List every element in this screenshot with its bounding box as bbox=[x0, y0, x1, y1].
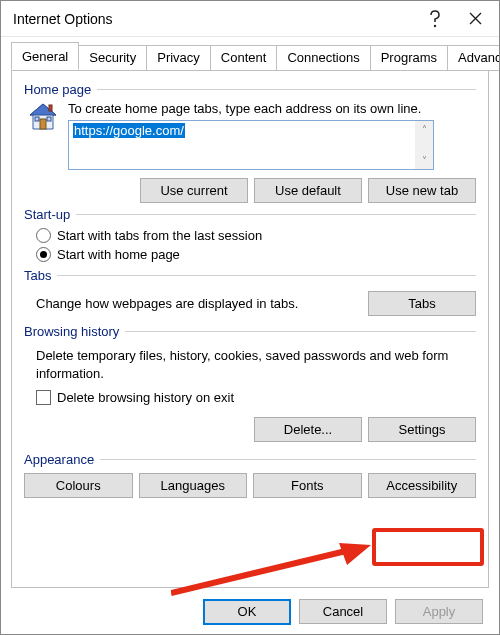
appearance-group: Appearance Colours Languages Fonts Acces… bbox=[24, 452, 476, 498]
divider bbox=[57, 275, 476, 276]
appearance-group-label: Appearance bbox=[24, 452, 100, 467]
help-button[interactable] bbox=[415, 1, 455, 37]
colours-button[interactable]: Colours bbox=[24, 473, 133, 498]
tabs-group-label: Tabs bbox=[24, 268, 57, 283]
delete-on-exit-checkbox[interactable]: Delete browsing history on exit bbox=[24, 388, 476, 407]
tab-connections[interactable]: Connections bbox=[277, 45, 370, 71]
browsing-history-group: Browsing history Delete temporary files,… bbox=[24, 324, 476, 442]
tabs-group: Tabs Change how webpages are displayed i… bbox=[24, 268, 476, 320]
checkbox-icon bbox=[36, 390, 51, 405]
divider bbox=[76, 214, 476, 215]
homepage-hint: To create home page tabs, type each addr… bbox=[68, 101, 476, 116]
tabs-button[interactable]: Tabs bbox=[368, 291, 476, 316]
tab-general[interactable]: General bbox=[11, 42, 79, 70]
ok-button[interactable]: OK bbox=[203, 599, 291, 625]
svg-rect-4 bbox=[35, 117, 39, 121]
delete-button[interactable]: Delete... bbox=[254, 417, 362, 442]
startup-option-label: Start with tabs from the last session bbox=[57, 228, 262, 243]
tab-strip: General Security Privacy Content Connect… bbox=[11, 42, 489, 71]
divider bbox=[100, 459, 476, 460]
homepage-value: https://google.com/ bbox=[73, 123, 185, 138]
svg-rect-3 bbox=[40, 119, 46, 129]
divider bbox=[97, 89, 476, 90]
general-panel: Home page To create home page tabs, type bbox=[11, 70, 489, 588]
startup-option-last-session[interactable]: Start with tabs from the last session bbox=[24, 226, 476, 245]
window-title: Internet Options bbox=[13, 11, 415, 27]
scroll-up-icon[interactable]: ˄ bbox=[422, 124, 427, 135]
radio-icon bbox=[36, 247, 51, 262]
tab-content[interactable]: Content bbox=[211, 45, 278, 71]
tab-advanced[interactable]: Advanced bbox=[448, 45, 500, 71]
radio-icon bbox=[36, 228, 51, 243]
browsing-history-group-label: Browsing history bbox=[24, 324, 125, 339]
svg-rect-5 bbox=[47, 117, 51, 121]
close-button[interactable] bbox=[455, 1, 495, 37]
use-current-button[interactable]: Use current bbox=[140, 178, 248, 203]
fonts-button[interactable]: Fonts bbox=[253, 473, 362, 498]
svg-point-0 bbox=[434, 24, 436, 26]
tabs-group-text: Change how webpages are displayed in tab… bbox=[36, 296, 358, 311]
startup-group: Start-up Start with tabs from the last s… bbox=[24, 207, 476, 264]
browsing-history-text: Delete temporary files, history, cookies… bbox=[24, 343, 476, 388]
divider bbox=[125, 331, 476, 332]
tab-privacy[interactable]: Privacy bbox=[147, 45, 211, 71]
homepage-group: Home page To create home page tabs, type bbox=[24, 82, 476, 203]
tab-programs[interactable]: Programs bbox=[371, 45, 448, 71]
homepage-scrollbar[interactable]: ˄ ˅ bbox=[415, 121, 433, 169]
cancel-button[interactable]: Cancel bbox=[299, 599, 387, 624]
dialog-button-row: OK Cancel Apply bbox=[203, 599, 483, 625]
homepage-group-label: Home page bbox=[24, 82, 97, 97]
startup-group-label: Start-up bbox=[24, 207, 76, 222]
apply-button[interactable]: Apply bbox=[395, 599, 483, 624]
languages-button[interactable]: Languages bbox=[139, 473, 248, 498]
accessibility-button[interactable]: Accessibility bbox=[368, 473, 477, 498]
settings-button[interactable]: Settings bbox=[368, 417, 476, 442]
title-bar: Internet Options bbox=[1, 1, 499, 37]
home-icon bbox=[24, 101, 60, 135]
use-default-button[interactable]: Use default bbox=[254, 178, 362, 203]
startup-option-home-page[interactable]: Start with home page bbox=[24, 245, 476, 264]
delete-on-exit-label: Delete browsing history on exit bbox=[57, 390, 234, 405]
use-new-tab-button[interactable]: Use new tab bbox=[368, 178, 476, 203]
tab-security[interactable]: Security bbox=[79, 45, 147, 71]
svg-rect-6 bbox=[49, 105, 52, 111]
startup-option-label: Start with home page bbox=[57, 247, 180, 262]
scroll-down-icon[interactable]: ˅ bbox=[422, 155, 427, 166]
homepage-textarea[interactable]: https://google.com/ ˄ ˅ bbox=[68, 120, 434, 170]
